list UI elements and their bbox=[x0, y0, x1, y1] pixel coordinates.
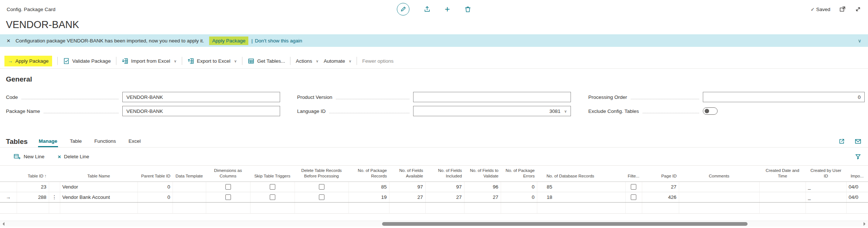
col-fields-included[interactable]: No. of Fields Included bbox=[425, 166, 464, 182]
tab-table[interactable]: Table bbox=[69, 138, 82, 147]
checkbox[interactable] bbox=[631, 194, 636, 200]
tab-manage[interactable]: Manage bbox=[38, 138, 58, 147]
chevron-down-icon[interactable]: ∨ bbox=[174, 59, 176, 63]
checkbox[interactable] bbox=[319, 184, 324, 190]
checkbox[interactable] bbox=[270, 184, 275, 190]
cell-parent-table-id[interactable]: 0 bbox=[137, 192, 173, 202]
mail-button[interactable] bbox=[855, 138, 861, 145]
cell-created-by-user[interactable]: _ bbox=[806, 192, 846, 202]
open-in-window-button[interactable] bbox=[839, 6, 846, 13]
horizontal-scrollbar[interactable] bbox=[0, 221, 868, 227]
cell-database-records[interactable]: 18 bbox=[537, 192, 625, 202]
col-imported[interactable]: Impo... bbox=[846, 166, 868, 182]
scroll-right-button[interactable] bbox=[861, 221, 868, 227]
empty-row[interactable] bbox=[0, 202, 868, 213]
cell-fields-available[interactable]: 97 bbox=[389, 182, 425, 192]
actions-menu[interactable]: Actions ∨ bbox=[296, 58, 319, 64]
checkbox[interactable] bbox=[631, 184, 636, 190]
cell-imported[interactable]: 04/0 bbox=[846, 192, 868, 202]
table-row-selected[interactable]: → 288 ⋮ Vendor Bank Account 0 19 27 27 2… bbox=[0, 192, 868, 202]
close-icon[interactable]: × bbox=[7, 38, 10, 44]
chevron-down-icon[interactable]: ∨ bbox=[564, 109, 567, 113]
cell-table-name[interactable]: Vendor Bank Account bbox=[60, 192, 137, 202]
col-filtered[interactable]: Filte... bbox=[625, 166, 642, 182]
filter-button[interactable] bbox=[855, 153, 861, 160]
processing-order-input[interactable]: 0 bbox=[703, 92, 865, 102]
fewer-options-button[interactable]: Fewer options bbox=[362, 58, 394, 64]
delete-button[interactable] bbox=[464, 6, 472, 13]
cell-package-errors[interactable]: 0 bbox=[501, 182, 537, 192]
chevron-down-icon[interactable]: ∨ bbox=[234, 59, 237, 63]
cell-table-name[interactable]: Vendor bbox=[60, 182, 137, 192]
col-data-template[interactable]: Data Template bbox=[173, 166, 206, 182]
cell-fields-available[interactable]: 27 bbox=[389, 192, 425, 202]
tab-functions[interactable]: Functions bbox=[93, 138, 117, 147]
automate-menu[interactable]: Automate ∨ bbox=[324, 58, 351, 64]
general-section-title[interactable]: General bbox=[6, 75, 868, 83]
cell-created-by-user[interactable]: _ bbox=[806, 182, 846, 192]
scroll-left-button[interactable] bbox=[0, 221, 7, 227]
delete-line-button[interactable]: × Delete Line bbox=[58, 154, 89, 159]
cell-data-template[interactable] bbox=[173, 192, 206, 202]
share-list-button[interactable] bbox=[838, 138, 845, 145]
cell-fields-to-validate[interactable]: 96 bbox=[464, 182, 501, 192]
cell-created-date-time[interactable] bbox=[759, 182, 806, 192]
cell-package-records[interactable]: 85 bbox=[348, 182, 389, 192]
col-skip-table-triggers[interactable]: Skip Table Triggers bbox=[250, 166, 295, 182]
code-input[interactable]: VENDOR-BANK bbox=[122, 92, 280, 102]
col-database-records[interactable]: No. of Database Records bbox=[537, 166, 625, 182]
col-page-id[interactable]: Page ID bbox=[642, 166, 679, 182]
cell-created-date-time[interactable] bbox=[759, 192, 806, 202]
product-version-input[interactable] bbox=[413, 92, 571, 102]
row-menu[interactable]: ⋮ bbox=[49, 192, 60, 202]
checkbox[interactable] bbox=[225, 184, 231, 190]
cell-package-records[interactable]: 19 bbox=[348, 192, 389, 202]
cell-data-template[interactable] bbox=[173, 182, 206, 192]
checkbox[interactable] bbox=[225, 194, 231, 200]
cell-table-id[interactable]: 288 bbox=[17, 192, 49, 202]
share-button[interactable] bbox=[423, 6, 430, 13]
cell-database-records[interactable]: 85 bbox=[537, 182, 625, 192]
cell-fields-included[interactable]: 97 bbox=[425, 182, 464, 192]
dont-show-again-link[interactable]: Don't show this again bbox=[255, 38, 302, 44]
cell-table-id[interactable]: 23 bbox=[17, 182, 49, 192]
new-line-button[interactable]: New Line bbox=[13, 153, 44, 160]
col-fields-to-validate[interactable]: No. of Fields to Validate bbox=[464, 166, 501, 182]
col-fields-available[interactable]: No. of Fields Available bbox=[389, 166, 425, 182]
new-button[interactable]: + bbox=[445, 5, 450, 14]
validate-package-button[interactable]: Validate Package bbox=[63, 58, 111, 65]
tables-section-title[interactable]: Tables bbox=[6, 138, 28, 147]
cell-parent-table-id[interactable]: 0 bbox=[137, 182, 173, 192]
col-comments[interactable]: Comments bbox=[679, 166, 759, 182]
col-created-by-user[interactable]: Created by User ID bbox=[806, 166, 846, 182]
resize-window-button[interactable] bbox=[855, 6, 861, 13]
banner-apply-package-link[interactable]: Apply Package bbox=[209, 37, 248, 45]
cell-page-id[interactable]: 27 bbox=[642, 182, 679, 192]
cell-comments[interactable] bbox=[679, 192, 759, 202]
exclude-config-tables-toggle[interactable] bbox=[703, 107, 718, 115]
col-table-name[interactable]: Table Name bbox=[60, 166, 137, 182]
export-to-excel-button[interactable]: Export to Excel ∨ bbox=[187, 58, 237, 65]
cell-fields-included[interactable]: 27 bbox=[425, 192, 464, 202]
cell-fields-to-validate[interactable]: 27 bbox=[464, 192, 501, 202]
cell-page-id[interactable]: 426 bbox=[642, 192, 679, 202]
checkbox[interactable] bbox=[270, 194, 275, 200]
checkbox[interactable] bbox=[319, 194, 324, 200]
cell-comments[interactable] bbox=[679, 182, 759, 192]
row-selector[interactable]: → bbox=[0, 192, 17, 202]
col-table-id[interactable]: Table ID↑ bbox=[17, 166, 49, 182]
table-row[interactable]: 23 Vendor 0 85 97 97 96 0 85 27 _ 04/0 bbox=[0, 182, 868, 192]
col-package-records[interactable]: No. of Package Records bbox=[348, 166, 389, 182]
row-selector[interactable] bbox=[0, 182, 17, 192]
edit-button[interactable] bbox=[396, 3, 409, 15]
tab-excel[interactable]: Excel bbox=[128, 138, 142, 147]
import-from-excel-button[interactable]: Import from Excel ∨ bbox=[122, 58, 177, 65]
col-created-date-time[interactable]: Created Date and Time bbox=[759, 166, 806, 182]
language-id-input[interactable]: 3081 ∨ bbox=[413, 106, 571, 116]
col-package-errors[interactable]: No. of Package Errors bbox=[501, 166, 537, 182]
row-menu[interactable] bbox=[49, 182, 60, 192]
col-delete-table-records[interactable]: Delete Table Records Before Processing bbox=[295, 166, 348, 182]
chevron-down-icon[interactable]: ∨ bbox=[858, 38, 861, 44]
cell-imported[interactable]: 04/0 bbox=[846, 182, 868, 192]
breadcrumb[interactable]: Config. Package Card bbox=[7, 7, 55, 12]
